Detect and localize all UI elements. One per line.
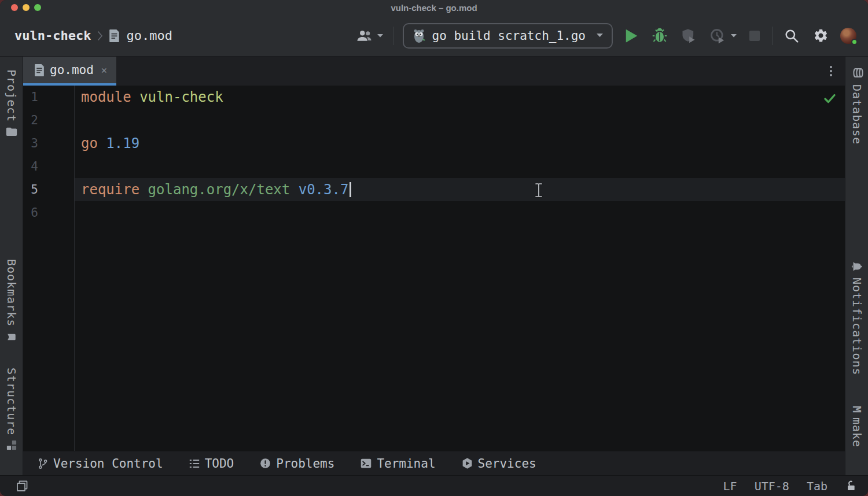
problems-icon <box>259 457 271 469</box>
sidebar-item-make[interactable]: M make <box>850 406 864 447</box>
line-number[interactable]: 5 <box>23 178 74 201</box>
project-label: Project <box>5 69 19 122</box>
branch-icon <box>37 457 49 470</box>
profiler-button[interactable] <box>709 28 726 44</box>
token-dependency-version: v0.3.7 <box>290 182 348 198</box>
tool-windows-icon[interactable] <box>15 479 29 493</box>
structure-label: Structure <box>5 368 19 435</box>
window-title: vuln-check – go.mod <box>391 3 477 13</box>
toolbar-separator <box>393 27 393 45</box>
right-tool-stripe: Database Notifications M make <box>845 57 868 475</box>
gutter-separator <box>74 86 75 451</box>
token-keyword: go <box>81 135 106 151</box>
run-configuration-label: go build scratch_1.go <box>432 29 586 43</box>
database-icon <box>850 66 864 80</box>
close-window-button[interactable] <box>11 4 18 11</box>
debug-button[interactable] <box>652 28 668 44</box>
line-number[interactable]: 2 <box>23 109 74 132</box>
ide-window: vuln-check – go.mod vuln-check go.mod <box>0 0 868 496</box>
bell-icon <box>851 260 863 273</box>
sidebar-item-project[interactable]: Project <box>5 69 19 136</box>
chevron-down-icon[interactable] <box>730 34 737 38</box>
traffic-lights <box>11 4 41 11</box>
stop-button[interactable] <box>749 30 760 42</box>
run-button[interactable] <box>624 28 639 43</box>
sidebar-item-database[interactable]: Database <box>850 66 864 145</box>
tool-label: Services <box>478 457 536 471</box>
titlebar: vuln-check – go.mod <box>0 0 868 15</box>
settings-gear-icon[interactable] <box>813 28 829 43</box>
status-right-group: LF UTF-8 Tab <box>723 479 856 493</box>
make-label: make <box>850 417 864 447</box>
gomod-file-icon <box>109 29 120 42</box>
sidebar-item-notifications[interactable]: Notifications <box>850 260 864 376</box>
gopher-icon <box>412 28 426 43</box>
chevron-down-icon[interactable] <box>377 34 384 38</box>
tool-problems[interactable]: Problems <box>259 457 334 471</box>
status-encoding[interactable]: UTF-8 <box>755 479 789 493</box>
bottom-tool-bar: Version Control TODO Problems <box>23 451 845 475</box>
folder-icon <box>6 127 17 136</box>
collab-users-icon[interactable] <box>356 29 373 42</box>
status-indent[interactable]: Tab <box>807 479 827 493</box>
tab-go-mod[interactable]: go.mod ✕ <box>23 57 116 86</box>
chevron-down-icon <box>596 33 604 38</box>
editor-line-6: 6 <box>23 201 845 224</box>
line-number[interactable]: 4 <box>23 155 74 178</box>
chevron-right-icon <box>97 31 103 41</box>
tab-close-icon[interactable]: ✕ <box>101 64 107 76</box>
editor-line-1: 1 module vuln-check <box>23 86 845 109</box>
tool-label: TODO <box>205 457 234 471</box>
editor-line-4: 4 <box>23 155 845 178</box>
status-line-separator[interactable]: LF <box>723 479 737 493</box>
services-icon <box>461 457 473 469</box>
user-avatar[interactable] <box>840 28 856 44</box>
tab-label: go.mod <box>50 63 94 77</box>
search-icon[interactable] <box>784 28 799 43</box>
coverage-button[interactable] <box>681 28 697 44</box>
line-number[interactable]: 3 <box>23 132 74 155</box>
unlock-icon[interactable] <box>845 480 856 492</box>
text-caret <box>350 182 351 197</box>
inspections-ok-check-icon[interactable] <box>823 91 837 105</box>
main-toolbar: vuln-check go.mod go build scratch_1.go <box>0 15 868 57</box>
left-tool-stripe: Project Bookmarks Structure <box>0 57 23 475</box>
database-label: Database <box>850 84 864 145</box>
ibeam-mouse-cursor <box>535 183 543 198</box>
tool-version-control[interactable]: Version Control <box>37 457 163 471</box>
tool-label: Terminal <box>377 457 435 471</box>
online-status-dot <box>851 39 858 45</box>
toolbar-right-group: go build scratch_1.go <box>356 23 856 49</box>
token-module-name: vuln-check <box>139 89 223 105</box>
toolbar-separator <box>772 27 773 45</box>
run-configuration-select[interactable]: go build scratch_1.go <box>403 23 613 49</box>
tool-todo[interactable]: TODO <box>189 457 234 471</box>
editor-line-3: 3 go 1.19 <box>23 132 845 155</box>
make-icon: M <box>850 406 864 413</box>
breadcrumb: vuln-check go.mod <box>14 28 172 43</box>
tool-label: Version Control <box>53 457 163 471</box>
tab-options-kebab-icon[interactable] <box>830 66 832 76</box>
bookmarks-label: Bookmarks <box>5 259 19 327</box>
bookmark-icon <box>6 332 17 342</box>
editor-line-5-current: 5 require golang.org/x/text v0.3.7 <box>23 178 845 201</box>
sidebar-item-bookmarks[interactable]: Bookmarks <box>5 259 19 342</box>
token-keyword: require <box>81 182 148 198</box>
tool-terminal[interactable]: Terminal <box>360 457 435 471</box>
zoom-window-button[interactable] <box>34 4 41 11</box>
breadcrumb-file[interactable]: go.mod <box>126 28 172 43</box>
notifications-label: Notifications <box>850 277 864 376</box>
line-number[interactable]: 6 <box>23 201 74 224</box>
tool-services[interactable]: Services <box>461 457 536 471</box>
editor-tab-bar: go.mod ✕ <box>23 57 845 86</box>
token-go-version: 1.19 <box>106 135 139 151</box>
minimize-window-button[interactable] <box>23 4 30 11</box>
line-number[interactable]: 1 <box>23 86 74 109</box>
todo-list-icon <box>189 458 200 469</box>
editor-line-2: 2 <box>23 109 845 132</box>
breadcrumb-project[interactable]: vuln-check <box>14 28 91 43</box>
tool-label: Problems <box>276 457 334 471</box>
sidebar-item-structure[interactable]: Structure <box>5 368 19 450</box>
code-editor[interactable]: 1 module vuln-check 2 3 go 1.19 4 5 <box>23 86 845 451</box>
token-dependency-path: golang.org/x/text <box>148 182 290 198</box>
